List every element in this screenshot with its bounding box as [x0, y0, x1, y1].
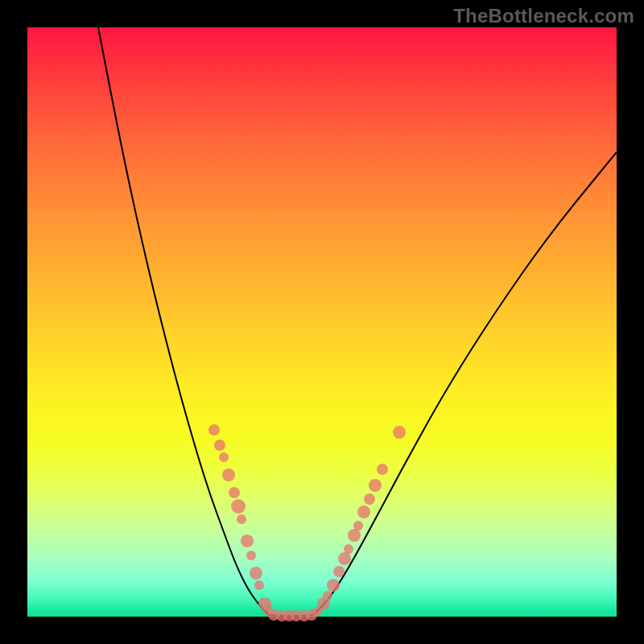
- sample-point: [222, 469, 235, 481]
- sample-point: [377, 464, 388, 475]
- sample-point: [323, 591, 332, 601]
- sample-point: [254, 580, 264, 590]
- sample-point: [241, 535, 254, 547]
- sample-point: [237, 514, 246, 524]
- scatter-group: [208, 424, 406, 621]
- chart-svg: [27, 27, 617, 617]
- sample-point: [333, 566, 345, 577]
- sample-point: [246, 551, 256, 560]
- sample-point: [219, 452, 229, 462]
- sample-point: [344, 544, 353, 554]
- watermark-text: TheBottleneck.com: [453, 5, 634, 27]
- sample-point: [229, 487, 240, 498]
- sample-point: [353, 521, 363, 530]
- sample-point: [348, 529, 361, 542]
- sample-point: [208, 424, 220, 436]
- sample-point: [327, 579, 340, 592]
- sample-point: [364, 493, 375, 505]
- sample-point: [214, 440, 225, 451]
- sample-point: [250, 567, 262, 580]
- sample-point: [393, 426, 406, 439]
- sample-point: [357, 506, 370, 518]
- sample-point: [231, 499, 246, 514]
- sample-point: [338, 552, 351, 565]
- sample-point: [369, 479, 382, 492]
